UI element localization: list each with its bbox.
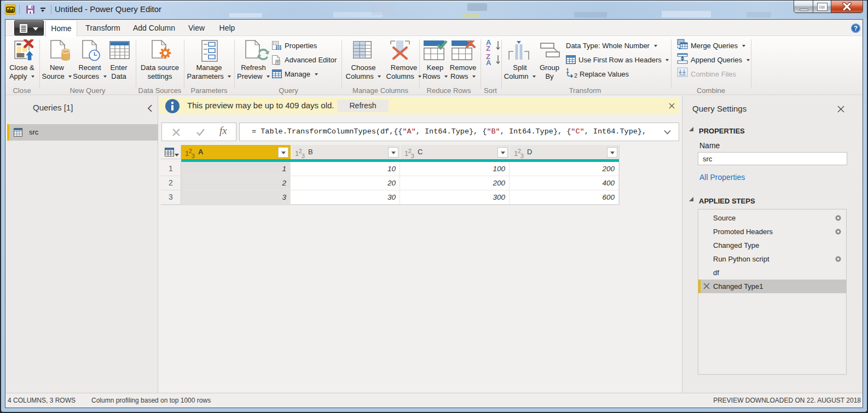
svg-text:?: ?	[854, 25, 858, 32]
